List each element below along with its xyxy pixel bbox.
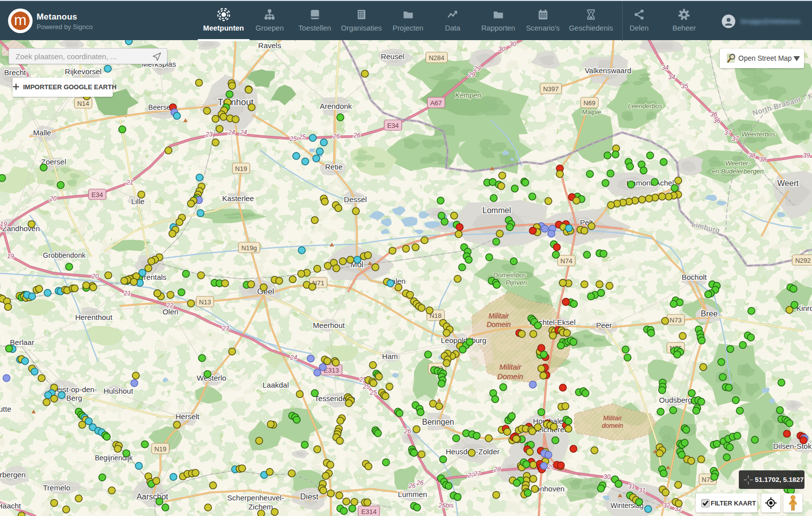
svg-text:Tremelo: Tremelo [43, 483, 70, 492]
svg-text:31: 31 [639, 487, 646, 494]
svg-text:36: 36 [710, 111, 717, 118]
svg-text:30: 30 [498, 46, 505, 53]
svg-text:25: 25 [362, 383, 370, 390]
svg-text:N284: N284 [429, 54, 444, 62]
svg-text:Herselt: Herselt [175, 412, 199, 421]
svg-text:Peer: Peer [596, 321, 612, 329]
svg-text:Weerterbos: Weerterbos [742, 130, 775, 138]
svg-text:Ravels: Ravels [258, 41, 281, 50]
svg-text:Domein: Domein [497, 372, 523, 381]
svg-text:38: 38 [759, 156, 766, 163]
svg-text:24: 24 [290, 354, 297, 361]
svg-text:N74: N74 [560, 257, 572, 265]
svg-text:Domeinbos: Domeinbos [493, 271, 526, 279]
svg-text:Reusel: Reusel [381, 52, 404, 61]
svg-text:Militair: Militair [489, 312, 510, 320]
svg-text:Kinrooi: Kinrooi [796, 304, 812, 312]
svg-text:36: 36 [713, 117, 720, 124]
svg-text:Heist-op-den-: Heist-op-den- [52, 385, 97, 394]
svg-text:19: 19 [7, 253, 14, 260]
svg-text:26: 26 [416, 479, 424, 486]
svg-text:32: 32 [663, 502, 670, 509]
svg-text:30: 30 [509, 41, 516, 48]
svg-text:Kasterlee: Kasterlee [222, 194, 254, 203]
svg-text:Keerbergen: Keerbergen [0, 470, 26, 479]
svg-text:Domein: Domein [487, 320, 511, 328]
svg-text:21: 21 [123, 290, 131, 297]
svg-text:31: 31 [628, 483, 635, 490]
svg-text:E314: E314 [361, 508, 376, 515]
svg-text:28: 28 [493, 466, 501, 473]
svg-text:37: 37 [724, 129, 732, 136]
svg-text:22: 22 [166, 302, 173, 309]
svg-text:Herenthout: Herenthout [75, 313, 113, 321]
svg-text:Aarschot: Aarschot [136, 492, 168, 501]
svg-text:39: 39 [803, 152, 810, 159]
svg-text:26bis: 26bis [438, 502, 454, 509]
svg-text:34: 34 [668, 74, 675, 81]
svg-text:Meerhout: Meerhout [313, 321, 345, 329]
svg-text:Berlaar: Berlaar [10, 338, 34, 347]
svg-text:Malpie: Malpie [582, 108, 601, 116]
svg-text:24: 24 [240, 129, 247, 136]
svg-text:Malle: Malle [33, 128, 51, 137]
svg-text:Beerse: Beerse [148, 103, 171, 111]
svg-text:Laakdal: Laakdal [263, 381, 289, 389]
svg-text:N13: N13 [199, 298, 211, 306]
svg-text:30: 30 [603, 473, 611, 480]
svg-text:N19: N19 [235, 165, 247, 173]
svg-text:Putte: Putte [0, 405, 12, 413]
svg-text:Weert: Weert [777, 179, 799, 188]
svg-text:Rijkevorsel: Rijkevorsel [65, 67, 101, 76]
svg-text:34: 34 [662, 64, 669, 71]
svg-text:Haacht: Haacht [0, 501, 22, 510]
svg-text:Kempen: Kempen [455, 91, 481, 99]
svg-text:Valkenswaard: Valkenswaard [584, 66, 631, 75]
svg-text:Lommel: Lommel [483, 206, 511, 215]
svg-text:20: 20 [91, 273, 99, 280]
svg-text:20: 20 [49, 195, 57, 202]
svg-text:Grobbendonk: Grobbendonk [43, 251, 86, 259]
svg-text:23: 23 [222, 325, 229, 332]
svg-text:26: 26 [332, 133, 340, 140]
svg-text:Lummen: Lummen [398, 490, 427, 498]
svg-text:Beringen: Beringen [422, 418, 454, 426]
svg-text:domein: domein [602, 422, 624, 429]
svg-text:N19g: N19g [241, 244, 257, 252]
svg-text:en Budelerbergen: en Budelerbergen [712, 167, 763, 175]
svg-text:N19: N19 [154, 445, 166, 453]
svg-text:27: 27 [473, 470, 481, 477]
svg-text:Leenderbos: Leenderbos [628, 102, 663, 110]
svg-text:26: 26 [403, 428, 411, 435]
svg-text:N14: N14 [77, 100, 89, 107]
svg-text:Scherpenheuvel-: Scherpenheuvel- [227, 493, 284, 502]
svg-text:Arendonk: Arendonk [320, 102, 352, 110]
svg-text:Ham: Ham [382, 352, 398, 361]
svg-text:Pijnven: Pijnven [506, 279, 527, 286]
svg-text:38: 38 [748, 152, 755, 159]
svg-text:Bocholt: Bocholt [682, 273, 707, 281]
svg-text:E34: E34 [387, 122, 398, 129]
svg-text:N292: N292 [795, 257, 810, 264]
svg-text:Bree: Bree [701, 309, 718, 318]
svg-text:A67: A67 [430, 99, 442, 107]
svg-text:35: 35 [681, 83, 688, 90]
svg-text:N73: N73 [670, 316, 682, 324]
svg-text:Hulshout: Hulshout [103, 387, 133, 395]
svg-text:37: 37 [732, 135, 739, 142]
svg-text:Militair: Militair [499, 363, 521, 371]
svg-text:Brecht: Brecht [4, 68, 26, 77]
svg-text:Dessel: Dessel [344, 195, 367, 204]
svg-text:25: 25 [369, 389, 377, 396]
svg-text:Retie: Retie [325, 162, 342, 171]
svg-text:N69: N69 [583, 99, 595, 107]
svg-text:26: 26 [353, 132, 360, 139]
svg-text:29: 29 [468, 71, 475, 78]
svg-text:Westerlo: Westerlo [197, 374, 227, 382]
svg-text:Diest: Diest [300, 492, 319, 501]
svg-text:26: 26 [408, 482, 416, 489]
svg-text:25: 25 [298, 133, 306, 140]
svg-text:E34: E34 [91, 191, 103, 199]
svg-text:Lille: Lille [131, 197, 145, 206]
svg-text:Berg: Berg [66, 394, 82, 402]
